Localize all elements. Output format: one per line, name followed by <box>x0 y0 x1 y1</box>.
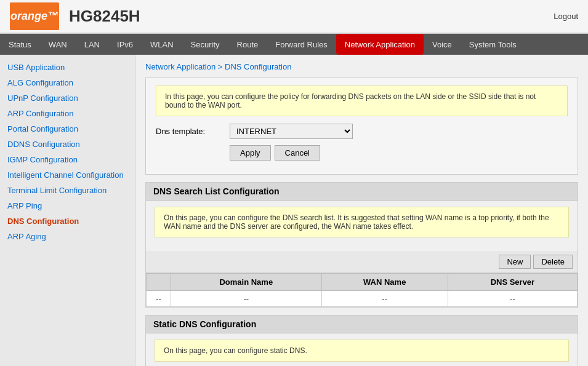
dns-search-info-box: On this page, you can configure the DNS … <box>146 201 578 251</box>
main-nav: Status WAN LAN IPv6 WLAN Security Route … <box>0 34 588 55</box>
dns-template-select[interactable]: INTERNET OTHER <box>230 124 353 139</box>
nav-item-status[interactable]: Status <box>0 34 40 55</box>
dns-search-title: DNS Search List Configuration <box>146 183 578 201</box>
dns-search-row-domain: -- <box>171 291 322 307</box>
nav-item-network-application[interactable]: Network Application <box>336 34 424 55</box>
nav-item-lan[interactable]: LAN <box>76 34 108 55</box>
page-header: orange™ HG8245H Logout <box>0 0 588 34</box>
dns-search-row-checkbox: -- <box>147 291 171 307</box>
sidebar-item-arp-aging[interactable]: ARP Aging <box>0 229 135 244</box>
dns-search-row-dns: -- <box>448 291 577 307</box>
sidebar: USB Application ALG Configuration UPnP C… <box>0 55 135 366</box>
sidebar-item-usb-application[interactable]: USB Application <box>0 60 135 75</box>
dns-template-label: Dns template: <box>156 127 230 136</box>
brand-logo: orange™ <box>10 2 59 30</box>
cancel-button[interactable]: Cancel <box>275 145 320 161</box>
breadcrumb: Network Application > DNS Configuration <box>145 62 578 71</box>
static-dns-info: On this page, you can configure static D… <box>155 340 569 362</box>
apply-button[interactable]: Apply <box>230 145 271 161</box>
static-dns-section: Static DNS Configuration On this page, y… <box>145 315 578 366</box>
main-content: Network Application > DNS Configuration … <box>135 55 588 366</box>
sidebar-item-terminal-limit[interactable]: Terminal Limit Configuration <box>0 183 135 198</box>
dns-search-delete-button[interactable]: Delete <box>533 255 573 269</box>
dns-search-new-button[interactable]: New <box>499 255 531 269</box>
static-dns-title: Static DNS Configuration <box>146 316 578 333</box>
dns-search-col-checkbox <box>147 274 171 291</box>
dns-template-info-text: In this page, you can configure the poli… <box>165 92 536 109</box>
sidebar-item-arp-configuration[interactable]: ARP Configuration <box>0 106 135 121</box>
dns-template-buttons: Apply Cancel <box>156 145 568 161</box>
nav-item-wlan[interactable]: WLAN <box>142 34 182 55</box>
nav-item-route[interactable]: Route <box>228 34 267 55</box>
static-dns-info-text: On this page, you can configure static D… <box>164 346 307 355</box>
nav-item-wan[interactable]: WAN <box>40 34 76 55</box>
nav-item-forward-rules[interactable]: Forward Rules <box>267 34 336 55</box>
nav-item-security[interactable]: Security <box>182 34 228 55</box>
dns-search-col-domain: Domain Name <box>171 274 322 291</box>
dns-template-row: Dns template: INTERNET OTHER <box>156 124 568 139</box>
static-dns-info-box: On this page, you can configure static D… <box>146 333 578 366</box>
dns-search-col-wan: WAN Name <box>321 274 448 291</box>
dns-search-info: On this page, you can configure the DNS … <box>155 207 569 237</box>
dns-search-row-wan: -- <box>321 291 448 307</box>
logo-text: orange™ <box>10 10 58 23</box>
breadcrumb-separator: > <box>218 62 225 71</box>
sidebar-item-igmp-configuration[interactable]: IGMP Configuration <box>0 152 135 167</box>
breadcrumb-current: DNS Configuration <box>225 62 291 71</box>
dns-search-section: DNS Search List Configuration On this pa… <box>145 182 578 308</box>
dns-template-info: In this page, you can configure the poli… <box>156 86 568 116</box>
nav-item-ipv6[interactable]: IPv6 <box>108 34 142 55</box>
nav-item-voice[interactable]: Voice <box>424 34 461 55</box>
dns-search-table-row: -- -- -- -- <box>147 291 578 307</box>
device-name: HG8245H <box>69 7 554 26</box>
sidebar-item-intelligent-channel[interactable]: Intelligent Channel Configuration <box>0 167 135 183</box>
main-layout: USB Application ALG Configuration UPnP C… <box>0 55 588 366</box>
sidebar-item-ddns-configuration[interactable]: DDNS Configuration <box>0 137 135 152</box>
sidebar-item-portal-configuration[interactable]: Portal Configuration <box>0 121 135 137</box>
dns-search-actions: New Delete <box>146 251 578 273</box>
logout-button[interactable]: Logout <box>554 12 578 21</box>
breadcrumb-parent[interactable]: Network Application <box>145 62 215 71</box>
dns-template-section: In this page, you can configure the poli… <box>145 78 578 175</box>
sidebar-item-dns-configuration[interactable]: DNS Configuration <box>0 213 135 229</box>
nav-item-system-tools[interactable]: System Tools <box>461 34 525 55</box>
dns-search-info-text: On this page, you can configure the DNS … <box>164 213 549 231</box>
dns-search-table: Domain Name WAN Name DNS Server -- -- --… <box>146 273 578 307</box>
sidebar-item-arp-ping[interactable]: ARP Ping <box>0 198 135 213</box>
sidebar-item-upnp-configuration[interactable]: UPnP Configuration <box>0 90 135 106</box>
dns-search-col-dns: DNS Server <box>448 274 577 291</box>
sidebar-item-alg-configuration[interactable]: ALG Configuration <box>0 75 135 90</box>
